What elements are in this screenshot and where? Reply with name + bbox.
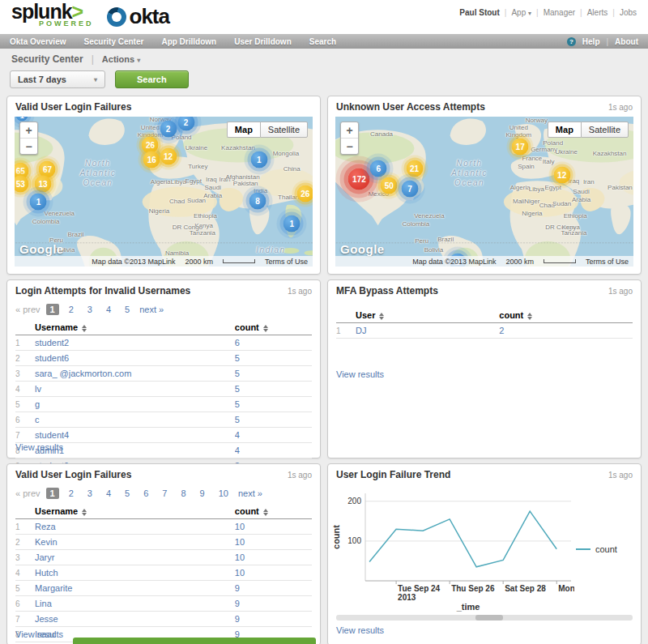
page-button-1[interactable]: 1 — [46, 488, 59, 499]
page-button-4[interactable]: 4 — [102, 304, 115, 315]
jobs-link[interactable]: Jobs — [620, 8, 637, 17]
page-button-1[interactable]: 1 — [46, 304, 59, 315]
username-link[interactable]: Reza — [35, 522, 56, 531]
satellite-button[interactable]: Satellite — [260, 122, 308, 138]
count-link[interactable]: 5 — [235, 415, 240, 424]
next-page-button[interactable]: next » — [139, 305, 164, 314]
scrollbar-thumb[interactable] — [475, 615, 503, 621]
cluster-marker-2[interactable]: 2 — [160, 120, 177, 137]
terms-link[interactable]: Terms of Use — [586, 258, 629, 266]
username-link[interactable]: Jaryr — [35, 552, 54, 562]
prev-page-button[interactable]: « prev — [15, 305, 40, 314]
username-link[interactable]: Kevin — [35, 537, 58, 547]
map-canvas[interactable]: + − Map Satellite Google Map data ©2013 … — [335, 117, 633, 267]
cluster-marker-7[interactable]: 7 — [402, 180, 419, 197]
page-button-10[interactable]: 10 — [215, 488, 232, 499]
about-link[interactable]: About — [615, 37, 638, 46]
zoom-in-button[interactable]: + — [341, 122, 358, 138]
view-results-link[interactable]: View results — [15, 442, 63, 452]
username-link[interactable]: c — [35, 415, 40, 424]
view-results-link[interactable]: View results — [336, 369, 384, 379]
column-header-username[interactable]: Username — [35, 504, 235, 519]
count-link[interactable]: 6 — [235, 338, 240, 348]
page-button-3[interactable]: 3 — [83, 304, 96, 315]
zoom-out-button[interactable]: − — [341, 138, 358, 154]
prev-page-button[interactable]: « prev — [15, 488, 40, 498]
zoom-in-button[interactable]: + — [20, 122, 37, 138]
zoom-out-button[interactable]: − — [20, 138, 37, 154]
page-button-3[interactable]: 3 — [83, 488, 96, 499]
actions-menu[interactable]: Actions ▾ — [102, 54, 140, 64]
map-button[interactable]: Map — [227, 122, 260, 138]
cluster-marker-21[interactable]: 21 — [406, 160, 423, 177]
page-button-7[interactable]: 7 — [158, 488, 171, 499]
cluster-marker-12[interactable]: 12 — [553, 167, 570, 184]
column-header-username[interactable]: Username — [35, 320, 235, 335]
username-link[interactable]: sara_ @jackmorton.com — [35, 369, 131, 378]
page-button-5[interactable]: 5 — [121, 304, 134, 315]
page-button-8[interactable]: 8 — [177, 488, 190, 499]
cluster-marker-6[interactable]: 6 — [370, 160, 387, 177]
cluster-marker-16[interactable]: 16 — [143, 151, 160, 168]
column-header-count[interactable]: count — [499, 308, 633, 323]
cluster-marker-8[interactable]: 8 — [249, 192, 266, 209]
page-button-9[interactable]: 9 — [196, 488, 209, 499]
username-link[interactable]: Margarite — [35, 583, 72, 593]
count-link[interactable]: 10 — [235, 552, 245, 562]
count-link[interactable]: 5 — [235, 399, 240, 409]
cluster-marker-17[interactable]: 17 — [512, 139, 529, 156]
chart-horizontal-scrollbar[interactable] — [336, 615, 633, 621]
app-menu[interactable]: App ▾ — [511, 8, 531, 17]
username-link[interactable]: Hutch — [35, 568, 58, 578]
next-page-button[interactable]: next » — [238, 488, 262, 498]
column-header-count[interactable]: count — [235, 320, 312, 335]
count-link[interactable]: 10 — [235, 537, 245, 547]
page-button-5[interactable]: 5 — [121, 488, 134, 499]
username-link[interactable]: Jesse — [35, 614, 58, 624]
view-results-link[interactable]: View results — [336, 625, 384, 635]
page-button-2[interactable]: 2 — [65, 304, 78, 315]
page-button-2[interactable]: 2 — [65, 488, 78, 499]
column-header-user[interactable]: User — [356, 308, 499, 323]
page-button-4[interactable]: 4 — [102, 488, 115, 499]
satellite-button[interactable]: Satellite — [581, 122, 629, 138]
count-link[interactable]: 9 — [235, 583, 240, 593]
nav-item-okta-overview[interactable]: Okta Overview — [10, 37, 66, 46]
terms-link[interactable]: Terms of Use — [265, 258, 308, 266]
count-link[interactable]: 9 — [235, 614, 240, 624]
username-link[interactable]: DJ — [356, 326, 366, 335]
count-link[interactable]: 10 — [235, 568, 245, 578]
count-link[interactable]: 5 — [235, 353, 240, 363]
page-button-6[interactable]: 6 — [139, 488, 152, 499]
username-link[interactable]: student6 — [35, 353, 69, 363]
column-header-count[interactable]: count — [235, 504, 312, 519]
cluster-marker-1[interactable]: 1 — [284, 215, 301, 232]
manager-link[interactable]: Manager — [544, 8, 575, 17]
count-link[interactable]: 5 — [235, 369, 240, 378]
map-button[interactable]: Map — [548, 122, 581, 138]
count-link[interactable]: 10 — [235, 522, 245, 531]
cluster-marker-172[interactable]: 172 — [348, 168, 370, 190]
cluster-marker-50[interactable]: 50 — [381, 177, 398, 194]
username-link[interactable]: Lina — [35, 599, 52, 608]
nav-item-user-drilldown[interactable]: User Drilldown — [234, 37, 292, 46]
cluster-marker-12[interactable]: 12 — [160, 148, 177, 165]
cluster-marker-1[interactable]: 1 — [30, 194, 47, 211]
cluster-marker-13[interactable]: 13 — [34, 176, 51, 193]
alerts-link[interactable]: Alerts — [587, 8, 608, 17]
username-link[interactable]: lv — [35, 384, 41, 394]
count-link[interactable]: 9 — [235, 599, 240, 608]
cluster-marker-1[interactable]: 1 — [250, 151, 267, 168]
username-link[interactable]: student4 — [35, 430, 69, 440]
help-link[interactable]: Help — [582, 37, 600, 46]
map-canvas[interactable]: + − Map Satellite Google Map data ©2013 … — [15, 117, 313, 267]
count-link[interactable]: 5 — [235, 384, 240, 394]
nav-item-search[interactable]: Search — [309, 37, 336, 46]
nav-item-security-center[interactable]: Security Center — [83, 37, 143, 46]
count-link[interactable]: 2 — [499, 326, 504, 335]
search-button[interactable]: Search — [115, 70, 189, 88]
count-link[interactable]: 4 — [235, 446, 240, 455]
time-range-dropdown[interactable]: Last 7 days ▾ — [10, 70, 105, 88]
nav-item-app-drilldown[interactable]: App Drilldown — [161, 37, 216, 46]
count-link[interactable]: 4 — [235, 430, 240, 440]
